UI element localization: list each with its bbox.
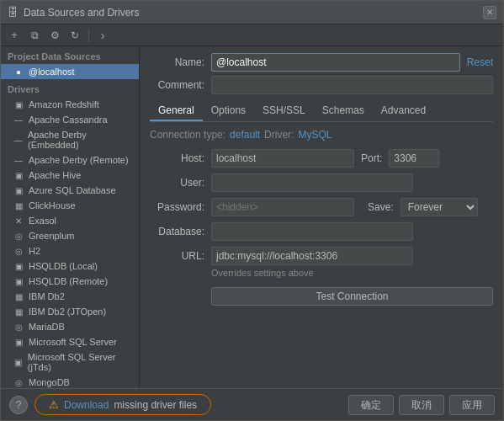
- download-notice: ⚠ Download missing driver files: [34, 394, 211, 415]
- user-input[interactable]: [211, 173, 413, 192]
- tab-ssh-ssl[interactable]: SSH/SSL: [254, 101, 314, 121]
- port-input[interactable]: [389, 149, 439, 168]
- driver-hsqldb-local[interactable]: ▣ HSQLDB (Local): [1, 258, 139, 274]
- driver-greenplum[interactable]: ◎ Greenplum: [1, 228, 139, 243]
- test-connection-button[interactable]: Test Connection: [211, 287, 493, 306]
- reset-link[interactable]: Reset: [467, 56, 493, 68]
- driver-apache-cassandra[interactable]: — Apache Cassandra: [1, 112, 139, 127]
- comment-input[interactable]: [211, 76, 493, 94]
- right-panel: Name: Reset Comment: General Options SSH…: [140, 46, 503, 388]
- driver-label: ClickHouse: [29, 200, 76, 210]
- sidebar-item-label: @localhost: [29, 67, 75, 77]
- driver-icon: ▣: [13, 171, 24, 180]
- driver-label: Apache Derby (Embedded): [28, 130, 132, 150]
- save-select[interactable]: Forever Until restart Never: [401, 198, 478, 216]
- add-button[interactable]: +: [6, 27, 23, 44]
- driver-label: Apache Derby (Remote): [29, 155, 129, 165]
- form-grid: Host: Port: User: Password: Save: Forev: [150, 149, 493, 381]
- host-input[interactable]: [211, 149, 354, 168]
- help-button[interactable]: ?: [9, 396, 28, 414]
- driver-icon: ◎: [13, 232, 24, 241]
- project-section-title: Project Data Sources: [1, 46, 139, 64]
- driver-label: MariaDB: [29, 322, 65, 332]
- driver-icon: ▣: [13, 277, 24, 286]
- password-label: Password:: [150, 201, 204, 213]
- connection-type-row: Connection type: default Driver: MySQL: [150, 129, 493, 141]
- driver-exasol[interactable]: ✕ Exasol: [1, 213, 139, 228]
- url-row: URL:: [150, 247, 493, 265]
- password-save-row: Password: Save: Forever Until restart Ne…: [150, 198, 493, 216]
- driver-apache-hive[interactable]: ▣ Apache Hive: [1, 168, 139, 183]
- driver-ibm-db2[interactable]: ▦ IBM Db2: [1, 289, 139, 304]
- main-window: 🗄 Data Sources and Drivers ✕ + ⧉ ⚙ ↻ › P…: [0, 0, 504, 421]
- tab-advanced[interactable]: Advanced: [373, 101, 434, 121]
- driver-h2[interactable]: ◎ H2: [1, 243, 139, 258]
- driver-mongodb[interactable]: ◎ MongoDB: [1, 375, 139, 388]
- drivers-list: ▣ Amazon Redshift — Apache Cassandra — A…: [1, 97, 139, 388]
- driver-apache-derby-embedded[interactable]: — Apache Derby (Embedded): [1, 127, 139, 152]
- duplicate-button[interactable]: ⧉: [26, 27, 43, 44]
- user-label: User:: [150, 177, 204, 189]
- title-bar: 🗄 Data Sources and Drivers ✕: [1, 1, 503, 24]
- name-input[interactable]: [211, 53, 460, 72]
- driver-icon: ✕: [13, 216, 24, 226]
- driver-label: Exasol: [29, 216, 56, 226]
- tab-schemas[interactable]: Schemas: [314, 101, 373, 121]
- driver-label: Amazon Redshift: [29, 99, 99, 109]
- confirm-button[interactable]: 确定: [348, 395, 394, 415]
- driver-amazon-redshift[interactable]: ▣ Amazon Redshift: [1, 97, 139, 112]
- driver-icon: ▣: [13, 262, 24, 271]
- close-button[interactable]: ✕: [483, 6, 496, 19]
- driver-label: Apache Hive: [29, 170, 81, 180]
- driver-microsoft-sql-server[interactable]: ▣ Microsoft SQL Server: [1, 334, 139, 349]
- settings-button[interactable]: ⚙: [46, 27, 63, 44]
- window-title: Data Sources and Drivers: [24, 7, 139, 19]
- warning-icon: ⚠: [49, 398, 59, 411]
- driver-icon: ▣: [13, 358, 24, 367]
- bottom-bar: ? ⚠ Download missing driver files 确定 取消 …: [1, 388, 503, 420]
- password-input[interactable]: [211, 198, 354, 216]
- driver-microsoft-sql-server-jtds[interactable]: ▣ Microsoft SQL Server (jTds): [1, 349, 139, 375]
- refresh-button[interactable]: ↻: [66, 27, 83, 44]
- driver-icon: ▣: [13, 338, 24, 347]
- driver-icon: ▣: [13, 186, 24, 195]
- download-link[interactable]: Download: [64, 399, 109, 411]
- driver-label-text: Driver:: [264, 129, 294, 141]
- datasource-icon: ●: [13, 67, 24, 77]
- driver-mariadb[interactable]: ◎ MariaDB: [1, 319, 139, 334]
- name-row: Name: Reset: [150, 53, 493, 72]
- apply-button[interactable]: 应用: [449, 395, 495, 415]
- name-label: Name:: [150, 56, 204, 68]
- driver-label: Microsoft SQL Server (jTds): [28, 352, 132, 372]
- drivers-section-title: Drivers: [1, 79, 139, 97]
- main-content: Project Data Sources ● @localhost Driver…: [1, 46, 503, 388]
- arrow-button[interactable]: ›: [94, 27, 111, 44]
- sidebar-item-localhost[interactable]: ● @localhost: [1, 64, 139, 79]
- tab-options[interactable]: Options: [203, 101, 254, 121]
- sidebar: Project Data Sources ● @localhost Driver…: [1, 46, 140, 388]
- save-label: Save:: [368, 201, 394, 213]
- url-input[interactable]: [211, 247, 413, 265]
- conn-type-value[interactable]: default: [230, 129, 260, 141]
- missing-label: missing driver files: [114, 399, 197, 411]
- driver-icon: ◎: [13, 247, 24, 256]
- tabs-bar: General Options SSH/SSL Schemas Advanced: [150, 101, 493, 122]
- driver-value[interactable]: MySQL: [298, 129, 332, 141]
- driver-clickhouse[interactable]: ▦ ClickHouse: [1, 198, 139, 213]
- driver-label: HSQLDB (Remote): [29, 276, 108, 286]
- driver-apache-derby-remote[interactable]: — Apache Derby (Remote): [1, 152, 139, 168]
- window-icon: 🗄: [8, 6, 19, 19]
- database-input[interactable]: [211, 222, 413, 241]
- driver-azure-sql[interactable]: ▣ Azure SQL Database: [1, 183, 139, 198]
- conn-type-label: Connection type:: [150, 129, 225, 141]
- driver-label: Azure SQL Database: [29, 185, 116, 195]
- driver-label: Apache Cassandra: [29, 115, 108, 125]
- tab-general[interactable]: General: [150, 101, 203, 121]
- driver-label: MongoDB: [29, 377, 70, 387]
- driver-icon: ▣: [13, 100, 24, 109]
- driver-icon: —: [13, 136, 24, 145]
- user-row: User:: [150, 173, 493, 192]
- driver-ibm-db2-jtopen[interactable]: ▦ IBM Db2 (JTOpen): [1, 304, 139, 319]
- cancel-button[interactable]: 取消: [399, 395, 444, 415]
- driver-hsqldb-remote[interactable]: ▣ HSQLDB (Remote): [1, 274, 139, 289]
